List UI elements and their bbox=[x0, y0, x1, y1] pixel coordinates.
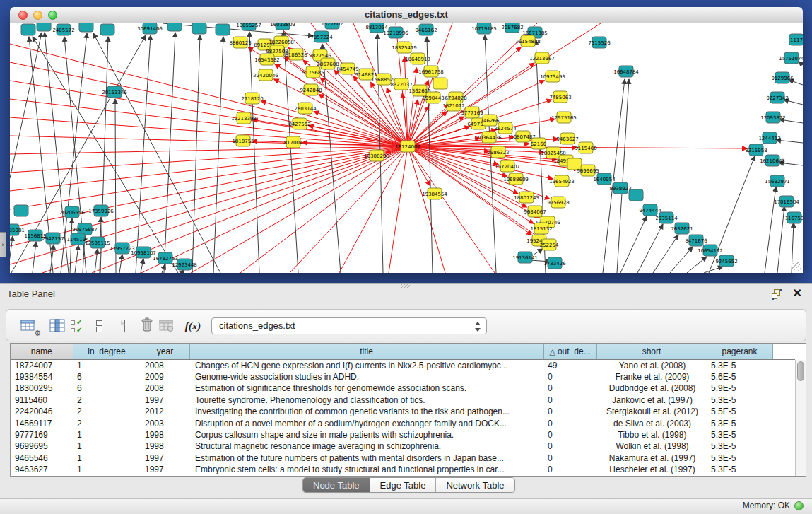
cell-filler[interactable] bbox=[772, 464, 795, 475]
graph-node-teal[interactable] bbox=[79, 23, 93, 32]
graph-node-yellow[interactable]: 8427552 bbox=[288, 118, 310, 129]
cell-pagerank[interactable]: 5.3E-5 bbox=[707, 464, 772, 475]
tab-node-table[interactable]: Node Table bbox=[303, 478, 370, 492]
graph-node-yellow[interactable]: 2718120 bbox=[241, 93, 263, 104]
graph-node-yellow[interactable]: 19384554 bbox=[422, 188, 447, 199]
cell-pagerank[interactable]: 5.3E-5 bbox=[707, 359, 772, 371]
cell-short[interactable]: Tibbo et al. (1998) bbox=[596, 429, 707, 440]
graph-node-teal[interactable] bbox=[629, 189, 643, 201]
cell-title[interactable]: Investigating the contribution of common… bbox=[189, 406, 543, 417]
cell-in-degree[interactable]: 1 bbox=[73, 452, 141, 464]
graph-node-teal[interactable]: 16033809 bbox=[270, 23, 295, 30]
cell-year[interactable]: 2003 bbox=[141, 418, 189, 429]
graph-node-teal[interactable] bbox=[21, 24, 35, 35]
select-rows-button[interactable]: ✓ ✓ bbox=[69, 316, 88, 336]
graph-node-teal[interactable]: 1733426 bbox=[543, 257, 566, 269]
graph-node-teal[interactable]: 8215958 bbox=[745, 144, 767, 156]
graph-node-teal[interactable]: 17385081 bbox=[10, 224, 25, 235]
cell-title[interactable]: Corpus callosum shape and size in male p… bbox=[189, 429, 543, 440]
table-row[interactable]: 977716911998Corpus callosum shape and si… bbox=[11, 429, 795, 440]
cell-short[interactable]: Dudbridge et al. (2008) bbox=[596, 382, 707, 394]
cell-title[interactable]: Changes of HCN gene expression and I(f) … bbox=[189, 359, 543, 371]
graph-node-teal[interactable]: 2405572 bbox=[52, 24, 74, 35]
cell-pagerank[interactable]: 5.6E-5 bbox=[707, 371, 772, 382]
graph-node-yellow[interactable]: 18640910 bbox=[405, 53, 430, 64]
cell-title[interactable]: Structural magnetic resonance image aver… bbox=[189, 440, 543, 452]
cell-filler[interactable] bbox=[772, 440, 795, 452]
cell-in-degree[interactable]: 6 bbox=[73, 371, 141, 382]
cell-name[interactable]: 18724007 bbox=[11, 359, 73, 371]
network-canvas[interactable]: 2405572306914061065525716033809152760278… bbox=[10, 23, 803, 273]
table-row[interactable]: 946554611997Estimation of the future num… bbox=[11, 452, 795, 464]
graph-node-yellow[interactable]: 7485063 bbox=[549, 91, 571, 103]
graph-node-yellow[interactable]: 8186328 bbox=[285, 49, 307, 60]
cell-filler[interactable] bbox=[772, 382, 795, 394]
window-resize-grip[interactable] bbox=[792, 262, 801, 271]
cell-name[interactable]: 19384554 bbox=[11, 371, 73, 382]
cell-year[interactable]: 2008 bbox=[141, 382, 189, 394]
table-row[interactable]: 911546021997Tourette syndrome. Phenomeno… bbox=[11, 395, 795, 406]
memory-indicator[interactable]: Memory: OK bbox=[743, 501, 804, 510]
cell-filler[interactable] bbox=[772, 359, 795, 371]
cell-title[interactable]: Genome-wide association studies in ADHD. bbox=[189, 371, 543, 382]
table-select-dropdown[interactable]: citations_edges.txt bbox=[211, 317, 487, 334]
cell-in-degree[interactable]: 2 bbox=[73, 395, 141, 406]
graph-node-yellow[interactable]: 12213967 bbox=[529, 52, 555, 64]
graph-node-teal[interactable] bbox=[100, 24, 114, 35]
graph-node-yellow[interactable]: 16961758 bbox=[418, 66, 444, 77]
cell-in-degree[interactable]: 2 bbox=[73, 406, 141, 417]
graph-node-teal[interactable]: 2935114 bbox=[655, 212, 678, 223]
graph-node-teal[interactable]: 16210643 bbox=[760, 155, 785, 166]
cell-filler[interactable] bbox=[772, 429, 795, 440]
cell-in-degree[interactable]: 1 bbox=[73, 464, 141, 475]
cell-name[interactable]: 9465546 bbox=[11, 452, 73, 464]
graph-node-yellow[interactable]: 18325419 bbox=[392, 42, 417, 53]
column-header-short[interactable]: short bbox=[596, 344, 707, 359]
graph-node-teal[interactable]: 9474444 bbox=[639, 204, 661, 216]
network-svg[interactable]: 2405572306914061065525716033809152760278… bbox=[10, 23, 803, 273]
graph-node-yellow[interactable]: 746266 bbox=[481, 115, 500, 126]
cell-pagerank[interactable]: 5.3E-5 bbox=[707, 429, 772, 440]
column-header-in-degree[interactable]: in_degree bbox=[73, 344, 141, 359]
cell-pagerank[interactable]: 5.5E-5 bbox=[707, 406, 772, 417]
graph-node-teal[interactable]: 17016504 bbox=[774, 196, 799, 207]
cell-year[interactable]: 1997 bbox=[141, 464, 189, 475]
graph-node-teal[interactable]: 1117 bbox=[789, 34, 803, 45]
cell-short[interactable]: Hescheler et al. (1997) bbox=[596, 464, 707, 475]
minimize-window-button[interactable] bbox=[33, 11, 42, 20]
graph-node-teal[interactable]: 15692971 bbox=[765, 175, 790, 187]
table-row[interactable]: 1830029562008Estimation of significance … bbox=[11, 382, 795, 394]
cell-name[interactable]: 22420046 bbox=[11, 406, 73, 417]
table-mode-button[interactable]: ⚙ bbox=[20, 316, 40, 336]
graph-node-yellow[interactable]: 8860123 bbox=[229, 37, 251, 48]
graph-node-teal[interactable] bbox=[37, 23, 51, 31]
zoom-window-button[interactable] bbox=[48, 11, 57, 20]
cell-in-degree[interactable]: 1 bbox=[73, 359, 141, 371]
show-columns-button[interactable] bbox=[49, 316, 69, 336]
cell-in-degree[interactable]: 2 bbox=[73, 418, 141, 429]
graph-node-teal[interactable]: 12093822 bbox=[760, 112, 786, 123]
cell-short[interactable]: Franke et al. (2009) bbox=[596, 371, 707, 382]
cell-name[interactable]: 9115460 bbox=[11, 395, 73, 406]
cell-name[interactable]: 14569117 bbox=[11, 418, 73, 429]
graph-node-yellow[interactable]: 9463627 bbox=[556, 133, 578, 144]
graph-node-teal[interactable]: 9129966 bbox=[771, 72, 794, 83]
graph-node-yellow[interactable]: 1810755 bbox=[232, 135, 254, 146]
cell-name[interactable]: 18300295 bbox=[11, 382, 73, 394]
cell-year[interactable]: 1997 bbox=[141, 395, 189, 406]
cell-title[interactable]: Estimation of the future numbers of pati… bbox=[189, 452, 543, 464]
graph-node-teal[interactable]: 7632621 bbox=[671, 223, 693, 234]
cell-title[interactable]: Disruption of a novel member of a sodium… bbox=[189, 418, 543, 429]
column-header-name[interactable]: name bbox=[11, 344, 73, 359]
cell-title[interactable]: Estimation of significance thresholds fo… bbox=[189, 382, 543, 394]
cell-out-degree[interactable]: 0 bbox=[543, 464, 596, 475]
graph-node-yellow[interactable] bbox=[433, 78, 447, 89]
table-row[interactable]: 969969511998Structural magnetic resonanc… bbox=[11, 440, 795, 452]
cell-filler[interactable] bbox=[772, 418, 795, 429]
graph-node-teal[interactable] bbox=[192, 23, 206, 34]
graph-node-yellow[interactable]: 9115460 bbox=[575, 142, 596, 153]
graph-node-yellow[interactable]: 252254 bbox=[540, 239, 559, 250]
float-panel-icon[interactable] bbox=[772, 289, 782, 300]
graph-node-yellow[interactable]: 9756928 bbox=[547, 197, 569, 208]
cell-short[interactable]: Jankovic et al. (1997) bbox=[596, 395, 707, 406]
